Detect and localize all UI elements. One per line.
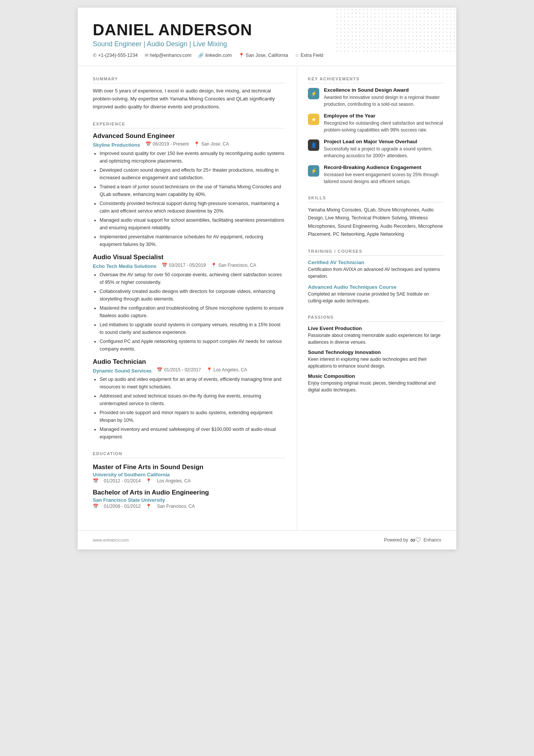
achievement-3-content: Project Lead on Major Venue Overhaul Suc… [324,139,444,159]
training-1-title: Certified AV Technician [308,260,444,265]
contact-location: 📍 San Jose, California [239,53,288,58]
list-item: Led initiatives to upgrade sound systems… [100,321,285,336]
brand-icon: ∞♡ [410,536,421,544]
degree-2-meta: 📅 01/2008 - 01/2012 📍 San Francisco, CA [93,504,285,509]
list-item: Collaboratively created audio designs wi… [100,288,285,303]
list-item: Configured PC and Apple networking syste… [100,338,285,353]
job-2: Audio Visual Specialist Echo Tech Media … [93,254,285,353]
achievement-2-title: Employee of the Year [324,113,444,119]
passion-3: Music Composition Enjoy composing origin… [308,373,444,393]
achievement-2: ★ Employee of the Year Recognized for ou… [308,113,444,133]
passion-1-title: Live Event Production [308,326,444,331]
contact-line: ✆ +1-(234)-555-1234 ✉ help@enhancv.com 🔗… [93,53,441,58]
pin-icon-4: 📍 [146,478,151,484]
calendar-icon-1: 📅 [145,141,151,147]
header-section: DANIEL ANDERSON Sound Engineer | Audio D… [78,8,456,66]
job-1-dates: 📅 06/2019 - Present [145,141,189,147]
job-1-location: 📍 San Jose, CA [194,141,229,147]
footer-logo: Powered by ∞♡ Enhancv [384,536,441,544]
achievement-2-content: Employee of the Year Recognized for outs… [324,113,444,133]
list-item: Oversaw the AV setup for over 50 corpora… [100,271,285,286]
training-section: TRAINING / COURSES Certified AV Technici… [308,249,444,304]
summary-text: With over 5 years of experience, I excel… [93,87,285,111]
passion-2: Sound Technology Innovation Keen interes… [308,349,444,369]
contact-extra: ☆ Extra Field [295,53,323,58]
passion-2-title: Sound Technology Innovation [308,349,444,355]
candidate-name: DANIEL ANDERSON [93,21,441,39]
email-icon: ✉ [145,53,148,58]
job-2-dates: 📅 03/2017 - 05/2019 [162,263,206,268]
linkedin-icon: 🔗 [198,53,204,58]
training-2: Advanced Audio Techniques Course Complet… [308,284,444,304]
achievement-3-title: Project Lead on Major Venue Overhaul [324,139,444,144]
job-1-title: Advanced Sound Engineer [93,132,285,140]
job-1-bullets: Improved sound quality for over 150 live… [93,150,285,248]
job-2-company: Echo Tech Media Solutions [93,263,156,269]
job-3-meta: 📅 01/2015 - 02/2017 📍 Los Angeles, CA [157,367,247,373]
achievement-2-desc: Recognized for outstanding client satisf… [324,120,444,133]
list-item: Developed custom sound designs and effec… [100,166,285,182]
brand-name: Enhancv [423,537,441,543]
passions-section: PASSIONS Live Event Production Passionat… [308,315,444,393]
pin-icon-2: 📍 [211,263,217,268]
degree-1-school: University of Southern California [93,472,285,477]
achievement-1-content: Excellence in Sound Design Award Awarded… [324,87,444,108]
left-column: SUMMARY With over 5 years of experience,… [78,66,297,530]
powered-by-text: Powered by [384,537,408,543]
experience-section: EXPERIENCE Advanced Sound Engineer Skyli… [93,122,285,441]
contact-email: ✉ help@enhancv.com [145,53,192,58]
job-2-bullets: Oversaw the AV setup for over 50 corpora… [93,271,285,353]
job-3-company: Dynamic Sound Services [93,368,151,374]
degree-1-meta: 📅 01/2012 - 01/2014 📍 Los Angeles, CA [93,478,285,484]
job-1: Advanced Sound Engineer Skyline Producti… [93,132,285,248]
list-item: Managed inventory and ensured safekeepin… [100,426,285,441]
list-item: Addressed and solved technical issues on… [100,392,285,407]
passion-1: Live Event Production Passionate about c… [308,326,444,346]
achievements-section: KEY ACHIEVEMENTS ⚡ Excellence in Sound D… [308,77,444,185]
pin-icon-3: 📍 [206,367,212,373]
achievement-1-title: Excellence in Sound Design Award [324,87,444,93]
passion-2-desc: Keen interest in exploring new audio tec… [308,356,444,369]
skills-text: Yamaha Mixing Consoles, QLab, Shure Micr… [308,206,444,238]
skills-section: SKILLS Yamaha Mixing Consoles, QLab, Shu… [308,196,444,238]
degree-2: Bachelor of Arts in Audio Engineering Sa… [93,489,285,509]
degree-2-title: Bachelor of Arts in Audio Engineering [93,489,285,496]
job-2-title: Audio Visual Specialist [93,254,285,261]
passion-3-title: Music Composition [308,373,444,379]
calendar-icon-3: 📅 [157,367,162,373]
achievement-4-desc: Increased live event engagement scores b… [324,171,444,185]
job-3-title: Audio Technician [93,358,285,366]
achievement-2-icon: ★ [308,114,319,125]
job-3-bullets: Set up audio and video equipment for an … [93,376,285,441]
education-section: EDUCATION Master of Fine Arts in Sound D… [93,451,285,509]
pin-icon-1: 📍 [194,141,200,147]
achievement-4-title: Record-Breaking Audience Engagement [324,164,444,170]
job-1-meta: 📅 06/2019 - Present 📍 San Jose, CA [145,141,229,147]
passion-3-desc: Enjoy composing original music pieces, b… [308,380,444,393]
list-item: Managed audio visual support for school … [100,216,285,232]
job-3: Audio Technician Dynamic Sound Services … [93,358,285,441]
degree-1-title: Master of Fine Arts in Sound Design [93,463,285,471]
degree-2-school: San Francisco State University [93,497,285,503]
skills-label: SKILLS [308,196,444,202]
list-item: Provided on-site support and minor repai… [100,409,285,424]
phone-icon: ✆ [93,53,97,58]
job-3-location: 📍 Los Angeles, CA [206,367,247,373]
summary-section: SUMMARY With over 5 years of experience,… [93,77,285,111]
passion-1-desc: Passionate about creating memorable audi… [308,332,444,346]
achievement-1-desc: Awarded for innovative sound design in a… [324,94,444,108]
training-2-desc: Completed an intensive course provided b… [308,291,444,304]
location-icon: 📍 [239,53,244,58]
job-2-meta: 📅 03/2017 - 05/2019 📍 San Francisco, CA [162,263,256,268]
achievement-4-icon: ⚡ [308,165,319,177]
star-icon: ☆ [295,53,299,58]
experience-label: EXPERIENCE [93,122,285,128]
list-item: Mastered the configuration and troublesh… [100,304,285,319]
achievement-4-content: Record-Breaking Audience Engagement Incr… [324,164,444,185]
training-1-desc: Certification from AVIXA on advanced AV … [308,266,444,280]
achievements-label: KEY ACHIEVEMENTS [308,77,444,83]
training-2-title: Advanced Audio Techniques Course [308,284,444,290]
degree-1: Master of Fine Arts in Sound Design Univ… [93,463,285,484]
pin-icon-5: 📍 [146,504,151,509]
job-2-location: 📍 San Francisco, CA [211,263,256,268]
